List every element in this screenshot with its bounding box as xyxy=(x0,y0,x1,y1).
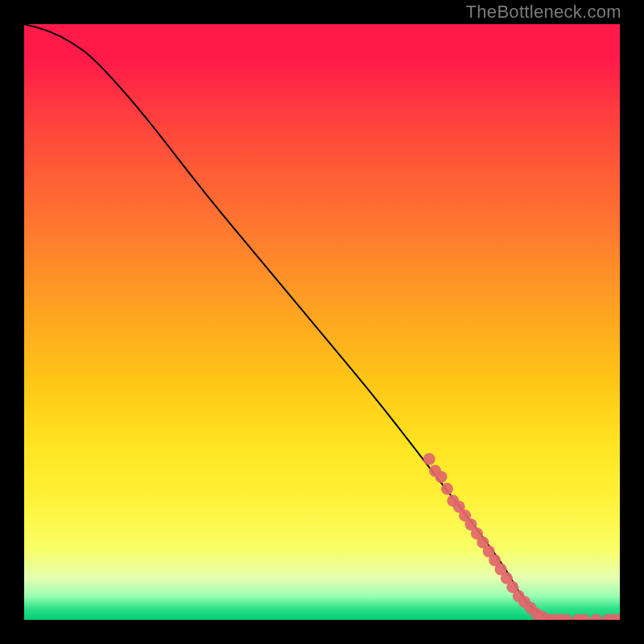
bottleneck-curve xyxy=(24,24,620,620)
highlight-point xyxy=(436,471,448,483)
watermark-text: TheBottleneck.com xyxy=(466,2,621,23)
highlight-point xyxy=(441,483,453,495)
highlight-point xyxy=(423,453,436,465)
chart-frame: TheBottleneck.com xyxy=(0,0,644,644)
highlight-points-group xyxy=(423,453,620,620)
plot-area xyxy=(24,24,620,620)
highlight-point xyxy=(590,614,602,621)
curve-layer xyxy=(24,24,620,620)
